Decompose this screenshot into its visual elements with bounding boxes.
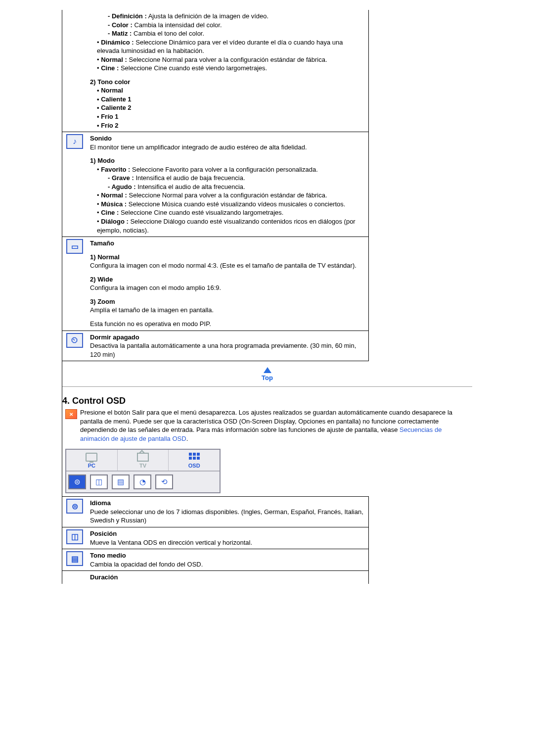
dinamico-label: Dinámico : <box>101 39 134 46</box>
tv-icon <box>137 453 149 462</box>
osd-mini-position-icon[interactable]: ◫ <box>90 474 108 489</box>
manual-table: - Definición : Ajusta la definición de l… <box>62 10 369 361</box>
tab-tv[interactable]: TV <box>118 450 169 471</box>
dinamico-text: Seleccione Dinámico para ver el vídeo du… <box>97 39 343 55</box>
sonido-section: Sonido El monitor tiene un amplificador … <box>87 132 369 237</box>
halftone-icon: ▤ <box>66 551 83 566</box>
dormir-text: Desactiva la pantalla automáticamente a … <box>90 341 365 359</box>
sonido-title: Sonido <box>90 134 365 143</box>
osd-table: ⊜ Idioma Puede seleccionar uno de los 7 … <box>62 496 369 583</box>
osd-mini-duration-icon[interactable]: ◔ <box>134 474 151 489</box>
cine-text: Seleccione Cine cuando esté viendo largo… <box>121 64 267 72</box>
color-text: Cambia la intensidad del color. <box>134 21 222 29</box>
duracion-section: Duración <box>87 571 369 584</box>
tono-section: Tono medio Cambia la opacidad del fondo … <box>87 549 369 571</box>
dormir-title: Dormir apagado <box>90 333 365 342</box>
sound-icon: ♪ <box>66 134 83 149</box>
grid-icon <box>189 453 200 460</box>
posicion-section: Posición Mueve la Ventana ODS en direcci… <box>87 527 369 549</box>
tono-color-heading: 2) Tono color <box>90 78 365 87</box>
dormir-section: Dormir apagado Desactiva la pantalla aut… <box>87 331 369 361</box>
matiz-text: Cambia el tono del color. <box>134 30 204 37</box>
top-button[interactable]: Top <box>256 367 279 381</box>
exit-icon: ✕ <box>65 409 77 419</box>
idioma-section: Idioma Puede seleccionar uno de los 7 id… <box>87 497 369 527</box>
osd-mini-halftone-icon[interactable]: ▤ <box>112 474 130 489</box>
normal-text: Seleccione Normal para volver a la confi… <box>129 56 327 63</box>
tab-pc[interactable]: PC <box>66 450 118 471</box>
pc-icon <box>86 453 97 462</box>
sleep-icon: ⏲ <box>66 333 83 348</box>
definicion-label: - Definición : <box>108 12 147 20</box>
osd-heading: 4. Control OSD <box>62 396 472 406</box>
normal-label: Normal : <box>101 56 127 63</box>
tamano-title: Tamaño <box>90 239 365 248</box>
cine-label: Cine : <box>101 64 119 72</box>
size-icon: ▭ <box>66 239 83 254</box>
modo-heading: 1) Modo <box>90 156 365 165</box>
separator <box>62 386 472 387</box>
osd-tabs-panel: PC TV OSD ⊜ ◫ ▤ ◔ ⟲ <box>65 449 221 493</box>
osd-mini-language-icon[interactable]: ⊜ <box>68 474 86 489</box>
color-label: - Color : <box>108 21 133 29</box>
osd-intro: Presione el botón Salir para que el menú… <box>80 408 472 443</box>
position-icon: ◫ <box>66 529 83 544</box>
up-arrow-icon <box>264 367 271 373</box>
matiz-label: - Matiz : <box>108 30 132 37</box>
definicion-text: Ajusta la definición de la imagen de víd… <box>148 12 269 20</box>
imagen-section: - Definición : Ajusta la definición de l… <box>87 10 369 132</box>
tamano-section: Tamaño 1) Normal Configura la imagen con… <box>87 237 369 331</box>
osd-mini-reset-icon[interactable]: ⟲ <box>155 474 173 489</box>
tab-osd[interactable]: OSD <box>169 450 220 471</box>
sonido-intro: El monitor tiene un amplificador integra… <box>90 143 365 152</box>
language-icon: ⊜ <box>66 499 83 514</box>
